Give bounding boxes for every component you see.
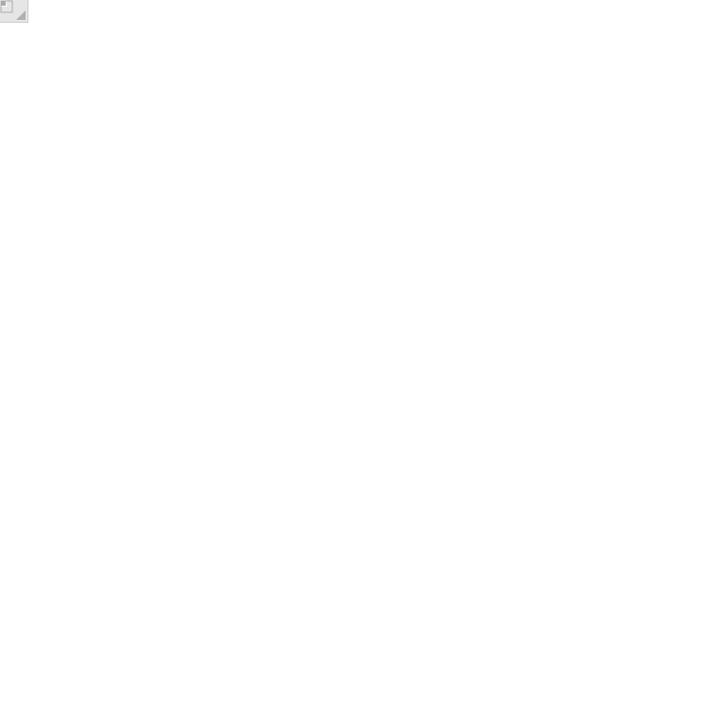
excel-cell-icon — [0, 0, 13, 13]
svg-rect-2 — [1, 1, 6, 6]
spreadsheet — [0, 0, 728, 711]
watermark — [0, 0, 17, 13]
svg-marker-0 — [16, 10, 26, 20]
corner-triangle-icon — [16, 10, 26, 20]
